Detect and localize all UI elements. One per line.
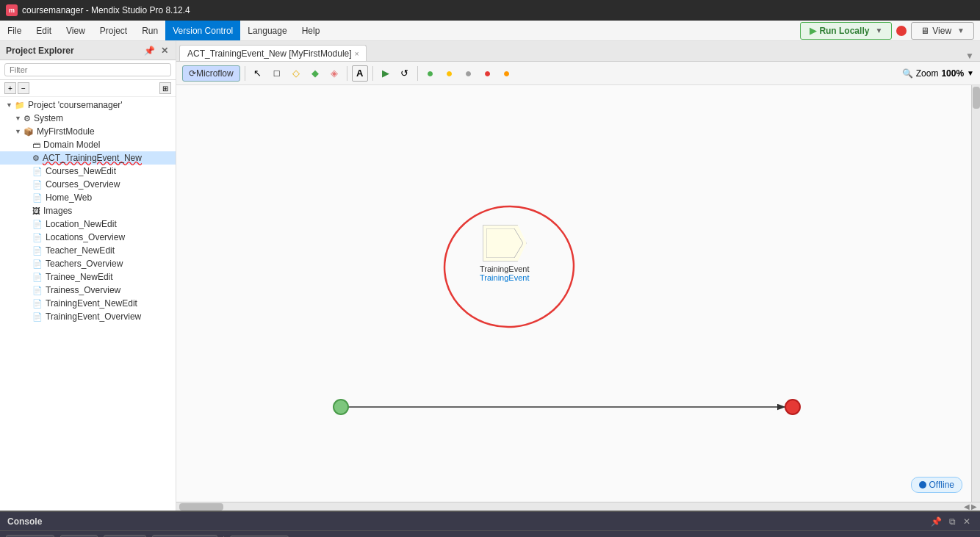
tree-item-system[interactable]: ▼ ⚙ System [0, 112, 176, 125]
zoom-area: 🔍 Zoom 100% ▼ [902, 68, 974, 79]
console-restart-button[interactable]: ↺ Restart [6, 535, 54, 538]
expand-all-button[interactable]: + [4, 82, 16, 94]
run-locally-dropdown-icon[interactable]: ▼ [875, 26, 882, 35]
console-stop-button[interactable]: ■ Stop [60, 535, 98, 538]
offline-badge: Offline [911, 477, 962, 493]
console-scrolllock-button[interactable]: 🔒 Scroll Lock [152, 535, 218, 538]
console-title: Console [7, 516, 929, 527]
zoom-value: 100% [941, 68, 964, 79]
tree-item-locations-overview[interactable]: 📄 Locations_Overview [0, 231, 176, 244]
console-close-icon[interactable]: ✕ [961, 516, 973, 527]
tree-item-teachers-overview[interactable]: 📄 Teachers_Overview [0, 257, 176, 270]
toolbar-separator-4 [417, 66, 418, 81]
microflow-button[interactable]: ⟳ Microflow [182, 65, 240, 82]
action-label: TrainingEvent [480, 264, 529, 273]
tool-loop2[interactable]: ↺ [397, 65, 413, 82]
tab-label: ACT_TrainingEvent_New [MyFirstModule] [187, 48, 352, 59]
menu-edit[interactable]: Edit [29, 21, 59, 40]
tree-item-location-newedit[interactable]: 📄 Location_NewEdit [0, 217, 176, 231]
tree-item-trainingevent-overview[interactable]: 📄 TrainingEvent_Overview [0, 310, 176, 323]
tool-dot-gray[interactable]: ● [461, 65, 477, 82]
tool-dot-green[interactable]: ● [422, 65, 439, 82]
canvas-scrollbar-horizontal[interactable]: ◀ ▶ [176, 502, 980, 511]
tree-item-courses-newedit[interactable]: 📄 Courses_NewEdit [0, 165, 176, 178]
canvas[interactable]: TrainingEvent TrainingEvent [176, 85, 971, 502]
tool-select[interactable]: ↖ [250, 65, 266, 82]
tree-item-domain-model[interactable]: 🗃 Domain Model [0, 138, 176, 151]
tool-dot-orange[interactable]: ● [499, 65, 515, 82]
panel-pin-icon[interactable]: 📌 [143, 46, 156, 56]
tree-item-teacher-newedit[interactable]: 📄 Teacher_NewEdit [0, 244, 176, 257]
menu-language[interactable]: Language [240, 21, 294, 40]
scroll-left-icon[interactable]: ◀ [964, 502, 970, 511]
tree-item-images[interactable]: 🖼 Images [0, 204, 176, 217]
action-shape-trainingevent[interactable]: TrainingEvent TrainingEvent [480, 225, 529, 282]
menu-version-control[interactable]: Version Control [165, 21, 240, 40]
toolbar-separator-2 [347, 66, 347, 81]
canvas-area: TrainingEvent TrainingEvent [176, 85, 980, 502]
tree-item-trainess-overview[interactable]: 📄 Trainess_Overview [0, 284, 176, 297]
filter-input[interactable] [4, 63, 171, 76]
editor-area: ACT_TrainingEvent_New [MyFirstModule] × … [176, 41, 980, 511]
run-locally-icon: ▶ [810, 26, 816, 36]
tree-layout-button[interactable]: ⊞ [159, 82, 171, 94]
tree-item-act-trainingevent-new[interactable]: ⚙ ACT_TrainingEvent_New [0, 151, 176, 165]
canvas-scrollbar-vertical[interactable] [971, 85, 980, 502]
tree-item-trainee-newedit[interactable]: 📄 Trainee_NewEdit [0, 270, 176, 284]
start-event[interactable] [333, 399, 349, 415]
console-pin-icon[interactable]: 📌 [929, 516, 944, 527]
tool-dot-red[interactable]: ● [480, 65, 496, 82]
end-event[interactable] [785, 399, 801, 415]
editor-tab-bar: ACT_TrainingEvent_New [MyFirstModule] × … [176, 41, 980, 62]
expand-icon: ▼ [6, 101, 13, 109]
console-clear-button[interactable]: ⊘ Clear [104, 535, 145, 538]
toolbar-separator-3 [372, 66, 373, 81]
panel-close-icon[interactable]: ✕ [159, 46, 170, 56]
tool-diamond2[interactable]: ◆ [307, 65, 323, 82]
menu-file[interactable]: File [0, 21, 29, 40]
menu-run[interactable]: Run [134, 21, 165, 40]
project-explorer: Project Explorer 📌 ✕ + − ⊞ ▼ 📁 Project '… [0, 41, 176, 511]
zoom-label: Zoom [916, 68, 939, 79]
tree-item-trainingevent-newedit[interactable]: 📄 TrainingEvent_NewEdit [0, 297, 176, 310]
title-bar: m coursemanager - Mendix Studio Pro 8.12… [0, 0, 980, 21]
tool-diamond1[interactable]: ◇ [288, 65, 304, 82]
zoom-dropdown-icon[interactable]: ▼ [967, 69, 974, 77]
menu-project[interactable]: Project [93, 21, 134, 40]
tree-item-courses-overview[interactable]: 📄 Courses_Overview [0, 178, 176, 191]
tree-item-home-web[interactable]: 📄 Home_Web [0, 191, 176, 204]
view-button[interactable]: 🖥 View ▼ [911, 22, 974, 40]
run-locally-button[interactable]: ▶ Run Locally ▼ [800, 22, 892, 40]
project-explorer-header: Project Explorer 📌 ✕ [0, 41, 176, 60]
tab-bar-chevron-icon[interactable]: ▼ [965, 51, 974, 61]
tool-arrow[interactable]: ▶ [378, 65, 394, 82]
action-sublabel: TrainingEvent [480, 273, 529, 282]
tool-diamond3[interactable]: ◈ [326, 65, 342, 82]
tree-item-project-root[interactable]: ▼ 📁 Project 'coursemanager' [0, 98, 176, 112]
console-toolbar: ↺ Restart ■ Stop ⊘ Clear 🔒 Scroll Lock A… [0, 531, 980, 537]
project-explorer-title: Project Explorer [6, 46, 74, 56]
view-dropdown-icon[interactable]: ▼ [957, 26, 965, 35]
editor-tab-act-trainingevent[interactable]: ACT_TrainingEvent_New [MyFirstModule] × [179, 45, 367, 61]
microflow-toolbar: ⟳ Microflow ↖ □ ◇ ◆ ◈ A ▶ ↺ ● ● ● ● ● 🔍 … [176, 62, 980, 85]
tool-rect[interactable]: □ [269, 65, 285, 82]
collapse-all-button[interactable]: − [18, 82, 29, 94]
tab-close-button[interactable]: × [355, 50, 359, 58]
tool-text[interactable]: A [352, 65, 368, 82]
console-float-icon[interactable]: ⧉ [947, 516, 958, 527]
menu-view[interactable]: View [59, 21, 93, 40]
svg-marker-1 [486, 228, 523, 258]
scroll-right-icon[interactable]: ▶ [971, 502, 977, 511]
menu-help[interactable]: Help [295, 21, 328, 40]
action-box-svg [486, 228, 523, 258]
scrollbar-thumb-v [973, 87, 980, 109]
tree-controls: + − ⊞ [0, 80, 176, 97]
offline-label: Offline [929, 480, 954, 490]
tool-dot-yellow[interactable]: ● [442, 65, 458, 82]
tree-item-myfirstmodule[interactable]: ▼ 📦 MyFirstModule [0, 125, 176, 138]
microflow-icon: ⟳ [189, 68, 196, 79]
menu-bar: File Edit View Project Run Version Contr… [0, 21, 980, 41]
filter-box [0, 60, 176, 80]
stop-button[interactable] [896, 26, 907, 36]
panel-header-actions: 📌 ✕ [143, 46, 170, 56]
